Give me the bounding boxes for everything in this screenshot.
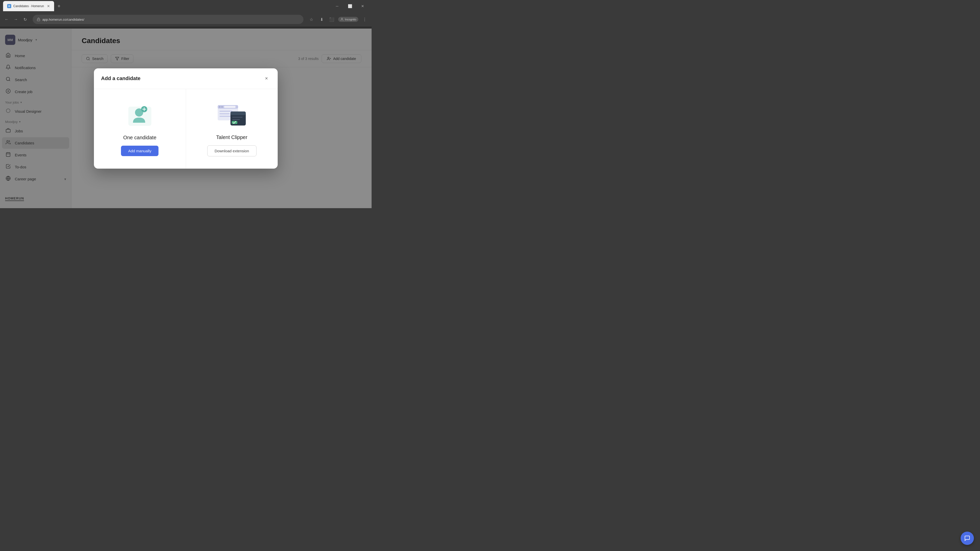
forward-button[interactable]: → [12, 16, 19, 23]
url-text: app.homerun.co/candidates/ [42, 17, 84, 21]
incognito-badge: Incognito [338, 17, 358, 22]
lock-icon [37, 17, 40, 21]
one-candidate-option[interactable]: One candidate Add manually [94, 89, 186, 168]
svg-rect-31 [224, 106, 235, 108]
back-button[interactable]: ← [3, 16, 10, 23]
modal-close-button[interactable]: × [262, 75, 270, 83]
talent-clipper-title: Talent Clipper [216, 135, 247, 140]
browser-chrome: H Candidates · Homerun ✕ + ─ ⬜ ✕ ← → ↻ a… [0, 0, 372, 29]
bookmark-button[interactable]: ☆ [307, 16, 315, 23]
tab-favicon: H [7, 4, 11, 8]
maximize-button[interactable]: ⬜ [344, 2, 356, 10]
tab-close-button[interactable]: ✕ [47, 4, 50, 8]
download-extension-button[interactable]: Download extension [207, 145, 256, 156]
new-tab-button[interactable]: + [55, 2, 63, 10]
close-window-button[interactable]: ✕ [357, 2, 369, 10]
extensions-button[interactable]: ⬛ [328, 16, 336, 23]
svg-point-1 [342, 18, 343, 19]
minimize-button[interactable]: ─ [331, 2, 343, 10]
modal-header: Add a candidate × [94, 68, 278, 89]
svg-rect-32 [220, 111, 232, 112]
browser-tab[interactable]: H Candidates · Homerun ✕ [3, 1, 54, 11]
svg-rect-33 [220, 113, 230, 114]
one-candidate-title: One candidate [123, 135, 156, 141]
modal-title: Add a candidate [101, 76, 140, 81]
browser-actions: ☆ ⬇ ⬛ Incognito ⋮ [307, 16, 369, 23]
svg-rect-0 [37, 19, 40, 21]
download-button[interactable]: ⬇ [318, 16, 325, 23]
modal-overlay[interactable]: Add a candidate × [0, 29, 372, 208]
reload-button[interactable]: ↻ [21, 16, 29, 23]
talent-clipper-illustration [216, 101, 247, 129]
talent-clipper-option[interactable]: Talent Clipper Download extension [186, 89, 278, 168]
menu-button[interactable]: ⋮ [361, 16, 369, 23]
svg-rect-36 [231, 111, 246, 115]
svg-rect-37 [232, 117, 242, 118]
svg-point-30 [221, 106, 223, 108]
add-manually-button[interactable]: Add manually [121, 146, 159, 156]
modal-body: One candidate Add manually [94, 89, 278, 168]
svg-rect-34 [220, 116, 231, 117]
address-bar[interactable]: app.homerun.co/candidates/ [33, 15, 304, 24]
svg-rect-38 [232, 119, 240, 120]
tab-title: Candidates · Homerun [13, 4, 45, 8]
svg-point-29 [219, 106, 221, 108]
person-add-illustration [124, 102, 155, 130]
add-candidate-modal: Add a candidate × [94, 68, 278, 168]
